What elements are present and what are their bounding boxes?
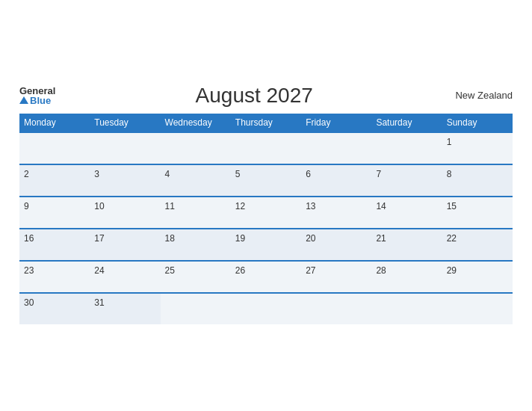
day-number: 24 — [94, 265, 104, 276]
day-number: 9 — [24, 201, 29, 211]
calendar-day-cell — [371, 293, 442, 324]
calendar-day-cell: 28 — [371, 261, 442, 293]
day-number: 13 — [306, 201, 315, 211]
day-number: 5 — [235, 169, 241, 179]
calendar-day-cell: 20 — [301, 229, 371, 261]
day-number: 19 — [235, 233, 245, 244]
day-number: 21 — [376, 233, 386, 244]
calendar-week-row: 23242526272829 — [19, 261, 513, 293]
day-number: 22 — [447, 233, 457, 244]
day-number: 15 — [447, 201, 457, 211]
weekday-header-row: Monday Tuesday Wednesday Thursday Friday… — [19, 114, 513, 132]
day-number: 11 — [165, 201, 175, 211]
calendar-day-cell — [301, 132, 371, 164]
calendar-day-cell — [231, 293, 301, 324]
header-sunday: Sunday — [442, 114, 513, 132]
calendar-day-cell: 31 — [90, 293, 160, 324]
calendar-week-row: 2345678 — [19, 164, 513, 197]
calendar-week-row: 3031 — [19, 293, 513, 324]
calendar-grid: Monday Tuesday Wednesday Thursday Friday… — [19, 114, 513, 324]
header-saturday: Saturday — [371, 114, 442, 132]
calendar-day-cell — [442, 293, 513, 324]
calendar-day-cell — [90, 132, 160, 164]
calendar-day-cell: 12 — [231, 197, 301, 229]
calendar-day-cell: 17 — [90, 229, 160, 261]
day-number: 20 — [306, 233, 315, 244]
calendar-week-row: 1 — [19, 132, 513, 164]
logo: General Blue — [19, 86, 55, 105]
day-number: 7 — [376, 169, 381, 179]
day-number: 12 — [235, 201, 245, 211]
calendar-day-cell: 16 — [19, 229, 90, 261]
calendar-day-cell: 1 — [442, 132, 513, 164]
calendar-day-cell — [371, 132, 442, 164]
day-number: 16 — [24, 233, 34, 244]
calendar-day-cell: 5 — [231, 164, 301, 197]
calendar-day-cell: 22 — [442, 229, 513, 261]
header-friday: Friday — [301, 114, 371, 132]
day-number: 29 — [447, 265, 457, 276]
calendar-day-cell: 24 — [90, 261, 160, 293]
day-number: 6 — [306, 169, 311, 179]
calendar-container: General Blue August 2027 New Zealand Mon… — [8, 76, 524, 336]
calendar-day-cell: 8 — [442, 164, 513, 197]
calendar-day-cell: 19 — [231, 229, 301, 261]
calendar-country: New Zealand — [453, 90, 513, 101]
day-number: 23 — [24, 265, 34, 276]
calendar-day-cell: 4 — [161, 164, 231, 197]
calendar-day-cell: 13 — [301, 197, 371, 229]
header-tuesday: Tuesday — [90, 114, 160, 132]
day-number: 27 — [306, 265, 315, 276]
day-number: 28 — [376, 265, 386, 276]
logo-blue-text: Blue — [19, 96, 55, 105]
calendar-day-cell — [19, 132, 90, 164]
day-number: 30 — [24, 297, 34, 308]
calendar-day-cell — [301, 293, 371, 324]
calendar-day-cell — [161, 132, 231, 164]
header-thursday: Thursday — [231, 114, 301, 132]
calendar-week-row: 9101112131415 — [19, 197, 513, 229]
calendar-week-row: 16171819202122 — [19, 229, 513, 261]
logo-triangle-icon — [19, 96, 28, 104]
calendar-day-cell: 26 — [231, 261, 301, 293]
day-number: 8 — [447, 169, 452, 179]
calendar-day-cell — [231, 132, 301, 164]
header-monday: Monday — [19, 114, 90, 132]
calendar-day-cell: 11 — [161, 197, 231, 229]
calendar-day-cell: 7 — [371, 164, 442, 197]
calendar-day-cell: 3 — [90, 164, 160, 197]
calendar-day-cell: 9 — [19, 197, 90, 229]
calendar-day-cell: 2 — [19, 164, 90, 197]
calendar-day-cell: 27 — [301, 261, 371, 293]
calendar-day-cell: 18 — [161, 229, 231, 261]
day-number: 4 — [165, 169, 170, 179]
calendar-day-cell: 29 — [442, 261, 513, 293]
calendar-title: August 2027 — [55, 84, 453, 108]
calendar-day-cell: 6 — [301, 164, 371, 197]
calendar-header: General Blue August 2027 New Zealand — [19, 84, 513, 108]
calendar-day-cell: 10 — [90, 197, 160, 229]
calendar-day-cell — [161, 293, 231, 324]
day-number: 10 — [94, 201, 104, 211]
day-number: 14 — [376, 201, 386, 211]
calendar-day-cell: 25 — [161, 261, 231, 293]
header-wednesday: Wednesday — [161, 114, 231, 132]
calendar-day-cell: 30 — [19, 293, 90, 324]
day-number: 1 — [447, 137, 452, 147]
day-number: 17 — [94, 233, 104, 244]
calendar-day-cell: 14 — [371, 197, 442, 229]
day-number: 18 — [165, 233, 175, 244]
calendar-day-cell: 23 — [19, 261, 90, 293]
calendar-day-cell: 15 — [442, 197, 513, 229]
day-number: 31 — [94, 297, 104, 308]
day-number: 25 — [165, 265, 175, 276]
day-number: 2 — [24, 169, 29, 179]
day-number: 3 — [94, 169, 99, 179]
day-number: 26 — [235, 265, 245, 276]
logo-general-text: General — [19, 86, 55, 96]
calendar-day-cell: 21 — [371, 229, 442, 261]
